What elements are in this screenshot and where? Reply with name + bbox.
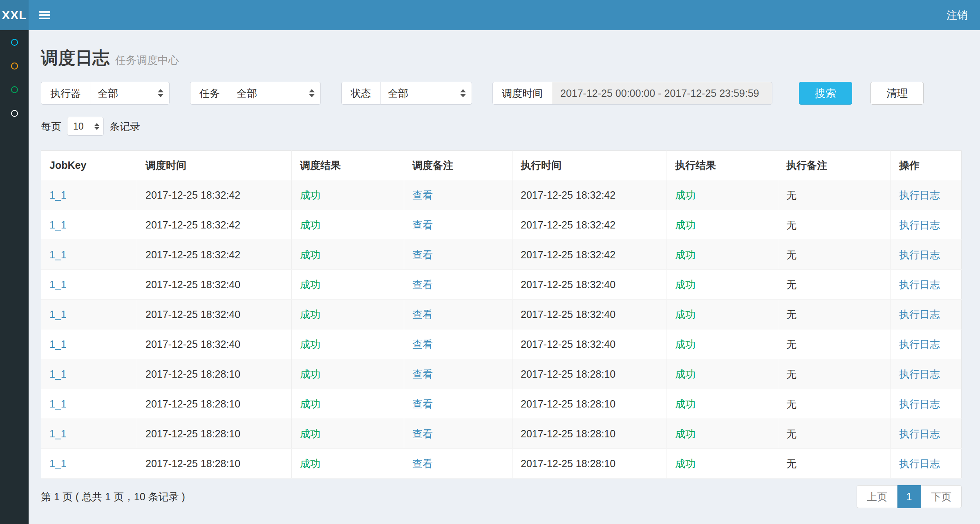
- execution-log-link[interactable]: 执行日志: [899, 219, 940, 231]
- page-size-row: 每页 10 条记录: [41, 117, 962, 136]
- view-trigger-msg-link[interactable]: 查看: [412, 279, 433, 290]
- next-page-button[interactable]: 下页: [921, 485, 962, 508]
- execution-log-link[interactable]: 执行日志: [899, 189, 940, 201]
- view-trigger-msg-link[interactable]: 查看: [412, 338, 433, 350]
- jobkey-link[interactable]: 1_1: [49, 338, 67, 350]
- handle-msg-cell: 无: [778, 300, 891, 329]
- view-trigger-msg-link[interactable]: 查看: [412, 428, 433, 439]
- handle-result-cell: 成功: [667, 449, 778, 479]
- view-trigger-msg-link[interactable]: 查看: [412, 249, 433, 260]
- execution-log-link[interactable]: 执行日志: [899, 279, 940, 290]
- app-logo[interactable]: XXL: [0, 0, 29, 30]
- trigger-msg-cell: 查看: [404, 300, 512, 329]
- sidebar-item-1[interactable]: [0, 30, 29, 54]
- sidebar-item-3[interactable]: [0, 78, 29, 101]
- job-filter-select[interactable]: 全部: [229, 82, 321, 105]
- trigger-result-text: 成功: [300, 189, 320, 201]
- handle-msg-cell: 无: [778, 419, 891, 449]
- trigger-result-cell: 成功: [292, 389, 404, 419]
- view-trigger-msg-link[interactable]: 查看: [412, 219, 433, 231]
- header-action: 操作: [891, 151, 962, 180]
- execution-log-link[interactable]: 执行日志: [899, 398, 940, 410]
- execution-log-link[interactable]: 执行日志: [899, 428, 940, 439]
- handle-time-cell: 2017-12-25 18:32:42: [512, 180, 667, 210]
- view-trigger-msg-link[interactable]: 查看: [412, 309, 433, 320]
- page-title: 调度日志: [41, 47, 110, 69]
- table-row: 1_1 2017-12-25 18:32:42 成功 查看 2017-12-25…: [41, 210, 962, 240]
- handle-result-text: 成功: [675, 189, 696, 201]
- header-trigger-msg: 调度备注: [404, 151, 512, 180]
- handle-result-cell: 成功: [667, 180, 778, 210]
- jobkey-link[interactable]: 1_1: [49, 458, 67, 469]
- trigger-result-cell: 成功: [292, 359, 404, 389]
- sidebar-item-4[interactable]: [0, 101, 29, 125]
- action-cell: 执行日志: [891, 300, 962, 329]
- handle-msg-cell: 无: [778, 210, 891, 240]
- jobkey-link[interactable]: 1_1: [49, 249, 67, 260]
- clear-button[interactable]: 清理: [870, 82, 924, 105]
- handle-result-cell: 成功: [667, 419, 778, 449]
- action-cell: 执行日志: [891, 210, 962, 240]
- trigger-result-cell: 成功: [292, 270, 404, 300]
- trigger-time-range-input[interactable]: 2017-12-25 00:00:00 - 2017-12-25 23:59:5…: [552, 82, 772, 105]
- execution-log-link[interactable]: 执行日志: [899, 338, 940, 350]
- sidebar-toggle-button[interactable]: [29, 0, 60, 30]
- jobkey-link[interactable]: 1_1: [49, 368, 67, 380]
- action-cell: 执行日志: [891, 359, 962, 389]
- header-jobkey: JobKey: [41, 151, 137, 180]
- sidebar-item-2[interactable]: [0, 54, 29, 78]
- handle-time-cell: 2017-12-25 18:28:10: [512, 449, 667, 479]
- trigger-msg-cell: 查看: [404, 210, 512, 240]
- jobkey-link[interactable]: 1_1: [49, 398, 67, 410]
- trigger-result-text: 成功: [300, 398, 320, 410]
- page-size-value: 10: [73, 121, 84, 132]
- status-filter-select[interactable]: 全部: [380, 82, 472, 105]
- view-trigger-msg-link[interactable]: 查看: [412, 368, 433, 380]
- execution-log-link[interactable]: 执行日志: [899, 309, 940, 320]
- jobkey-link[interactable]: 1_1: [49, 279, 67, 290]
- trigger-msg-cell: 查看: [404, 449, 512, 479]
- hamburger-icon: [39, 9, 50, 21]
- dispatch-log-table: JobKey 调度时间 调度结果 调度备注 执行时间 执行结果 执行备注 操作 …: [41, 150, 962, 479]
- trigger-result-text: 成功: [300, 428, 320, 439]
- trigger-result-cell: 成功: [292, 240, 404, 270]
- jobkey-link[interactable]: 1_1: [49, 189, 67, 201]
- header-trigger-result: 调度结果: [292, 151, 404, 180]
- table-row: 1_1 2017-12-25 18:28:10 成功 查看 2017-12-25…: [41, 389, 962, 419]
- circle-o-menu-icon: [11, 110, 18, 117]
- executor-filter-select[interactable]: 全部: [90, 82, 170, 105]
- select-stepper-icon: [94, 123, 99, 130]
- logout-link[interactable]: 注销: [934, 0, 980, 30]
- view-trigger-msg-link[interactable]: 查看: [412, 458, 433, 469]
- handle-msg-cell: 无: [778, 270, 891, 300]
- trigger-time-cell: 2017-12-25 18:32:42: [137, 210, 292, 240]
- jobkey-link[interactable]: 1_1: [49, 428, 67, 439]
- handle-time-cell: 2017-12-25 18:28:10: [512, 419, 667, 449]
- trigger-result-text: 成功: [300, 249, 320, 260]
- main-wrapper: 调度日志 任务调度中心 执行器 全部 任务 全部 状态: [0, 30, 980, 524]
- handle-result-cell: 成功: [667, 300, 778, 329]
- handle-result-cell: 成功: [667, 270, 778, 300]
- handle-result-cell: 成功: [667, 210, 778, 240]
- view-trigger-msg-link[interactable]: 查看: [412, 189, 433, 201]
- previous-page-button[interactable]: 上页: [857, 485, 897, 508]
- jobkey-link[interactable]: 1_1: [49, 219, 67, 231]
- jobkey-link[interactable]: 1_1: [49, 309, 67, 320]
- current-page-button[interactable]: 1: [897, 485, 921, 508]
- handle-result-text: 成功: [675, 219, 696, 231]
- execution-log-link[interactable]: 执行日志: [899, 368, 940, 380]
- view-trigger-msg-link[interactable]: 查看: [412, 398, 433, 410]
- execution-log-link[interactable]: 执行日志: [899, 458, 940, 469]
- trigger-time-cell: 2017-12-25 18:32:40: [137, 270, 292, 300]
- top-navbar: XXL 注销: [0, 0, 980, 30]
- execution-log-link[interactable]: 执行日志: [899, 249, 940, 260]
- pagination-summary: 第 1 页 ( 总共 1 页，10 条记录 ): [41, 490, 185, 504]
- search-button[interactable]: 搜索: [799, 82, 852, 105]
- page-size-select[interactable]: 10: [67, 117, 104, 136]
- trigger-time-filter-group: 调度时间 2017-12-25 00:00:00 - 2017-12-25 23…: [492, 82, 772, 105]
- jobkey-cell: 1_1: [41, 180, 137, 210]
- handle-time-cell: 2017-12-25 18:32:40: [512, 300, 667, 329]
- table-row: 1_1 2017-12-25 18:32:42 成功 查看 2017-12-25…: [41, 240, 962, 270]
- jobkey-cell: 1_1: [41, 240, 137, 270]
- circle-o-menu-icon: [11, 39, 18, 46]
